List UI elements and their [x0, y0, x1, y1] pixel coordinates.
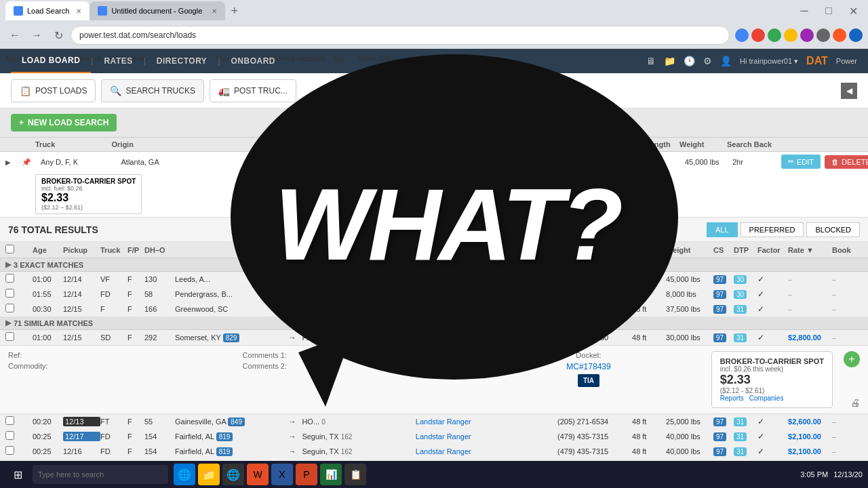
- minimize-button[interactable]: ─: [795, 1, 814, 20]
- exact-matches-section-header[interactable]: ▶ 3 EXACT MATCHES: [0, 258, 868, 272]
- tab-load-search[interactable]: Load Search ✕: [5, 1, 90, 20]
- origin-ref-badge[interactable]: 829: [223, 333, 240, 342]
- row-checkbox[interactable]: [5, 304, 22, 314]
- company-link[interactable]: Landstar Ranger: [416, 432, 471, 441]
- taskbar-chrome-icon[interactable]: 🌐: [222, 464, 244, 485]
- taskbar-red-icon[interactable]: 📋: [344, 464, 366, 485]
- cs-badge[interactable]: 97: [713, 275, 726, 284]
- row-checkbox[interactable]: [5, 289, 22, 299]
- reload-button[interactable]: ↻: [49, 26, 68, 45]
- dtp-badge[interactable]: 31: [734, 432, 747, 441]
- row-select-checkbox[interactable]: [5, 304, 14, 312]
- row-checkbox[interactable]: [5, 332, 22, 342]
- origin-ref-badge4[interactable]: 819: [216, 447, 233, 456]
- tab-close-load[interactable]: ✕: [76, 7, 81, 15]
- forward-button[interactable]: →: [27, 26, 46, 45]
- extension-icon-6[interactable]: [816, 28, 830, 42]
- extension-icon-5[interactable]: [800, 28, 814, 42]
- cs-badge[interactable]: 97: [713, 290, 726, 299]
- select-all-checkbox[interactable]: [5, 245, 14, 253]
- search-trucks-button[interactable]: 🔍 SEARCH TRUCKS: [101, 79, 203, 102]
- companies-link[interactable]: Companies: [749, 394, 784, 402]
- row-select-checkbox[interactable]: [5, 289, 14, 298]
- post-trucks-button[interactable]: 🚛 POST TRUC...: [210, 79, 296, 102]
- row-truck: F: [100, 305, 127, 313]
- nav-rates[interactable]: RATES: [93, 49, 143, 73]
- row-checkbox[interactable]: [5, 446, 22, 456]
- maximize-button[interactable]: □: [819, 1, 838, 20]
- edit-button[interactable]: ✏ EDIT: [781, 155, 821, 169]
- add-record-button[interactable]: +: [844, 351, 860, 367]
- dtp-badge[interactable]: 31: [734, 418, 747, 426]
- taskbar-folder-icon[interactable]: 📁: [198, 464, 220, 485]
- dtp-badge[interactable]: 30: [734, 290, 747, 299]
- new-tab-button[interactable]: +: [225, 4, 243, 18]
- new-load-search-button[interactable]: + NEW LOAD SEARCH: [11, 114, 117, 131]
- delete-button[interactable]: 🗑 DELETE: [825, 155, 868, 169]
- detail-docket-value[interactable]: MC#178439: [566, 362, 610, 371]
- similar-matches-section-header[interactable]: ▶ 71 SIMILAR MATCHES: [0, 317, 868, 330]
- cs-badge[interactable]: 97: [713, 432, 726, 441]
- print-icon[interactable]: 🖨: [850, 397, 860, 408]
- row-checkbox[interactable]: [5, 416, 22, 426]
- origin-ref-badge3[interactable]: 819: [216, 432, 233, 441]
- row-select-checkbox[interactable]: [5, 332, 14, 341]
- cs-badge[interactable]: 97: [713, 305, 726, 314]
- header-icon-monitor[interactable]: 🖥: [646, 56, 656, 66]
- collapse-panel-button[interactable]: ◀: [841, 83, 857, 99]
- row-select-checkbox[interactable]: [5, 274, 14, 283]
- windows-search-input[interactable]: [33, 465, 168, 484]
- extension-icon-4[interactable]: [784, 28, 797, 42]
- taskbar-edge-icon[interactable]: 🌐: [174, 464, 195, 485]
- dtp-badge[interactable]: 31: [734, 305, 747, 314]
- filter-blocked-button[interactable]: BLOCKED: [806, 222, 860, 237]
- extension-icon-3[interactable]: [768, 28, 781, 42]
- tab-docs[interactable]: Untitled document - Google Do... ✕: [90, 1, 225, 20]
- nav-directory[interactable]: DIRECTORY: [146, 49, 218, 73]
- start-button[interactable]: ⊞: [5, 462, 30, 487]
- header-icon-settings[interactable]: ⚙: [703, 56, 712, 66]
- row-select-checkbox[interactable]: [5, 416, 14, 425]
- dtp-badge[interactable]: 31: [734, 333, 747, 342]
- header-icon-folder[interactable]: 📁: [664, 56, 675, 66]
- company-link[interactable]: Landstar Ligon: [416, 333, 465, 342]
- taskbar-green-icon[interactable]: 📊: [320, 464, 342, 485]
- dtp-badge[interactable]: 30: [734, 275, 747, 284]
- row-select-checkbox[interactable]: [5, 446, 14, 455]
- nav-load-board[interactable]: LOAD BOARD: [11, 49, 91, 73]
- back-button[interactable]: ←: [5, 26, 24, 45]
- extension-icon-1[interactable]: [735, 28, 749, 42]
- taskbar-excel-icon[interactable]: X: [271, 464, 293, 485]
- close-button[interactable]: ✕: [844, 1, 863, 20]
- record-expand-btn[interactable]: ▶: [5, 157, 22, 167]
- row-pickup: 12/14: [63, 275, 100, 283]
- reports-link[interactable]: Reports: [720, 394, 744, 402]
- company-link[interactable]: Tri Ranger: [416, 305, 451, 313]
- cs-badge[interactable]: 97: [713, 333, 726, 342]
- extension-icon-7[interactable]: [833, 28, 846, 42]
- bookmark-sales[interactable]: Sales Copy: [357, 54, 395, 62]
- header-icon-clock[interactable]: 🕐: [684, 56, 695, 66]
- company-link[interactable]: Landstar Ranger: [416, 447, 471, 455]
- filter-preferred-button[interactable]: PREFERRED: [741, 222, 804, 237]
- company-link[interactable]: Landstar Ranger: [416, 418, 471, 426]
- row-checkbox[interactable]: [5, 274, 22, 284]
- profile-icon[interactable]: [849, 28, 863, 42]
- tab-close-docs[interactable]: ✕: [212, 7, 217, 15]
- bookmark-su[interactable]: Su...: [334, 54, 350, 62]
- filter-all-button[interactable]: ALL: [707, 222, 738, 237]
- row-checkbox[interactable]: [5, 431, 22, 441]
- nav-onboard[interactable]: ONBOARD: [220, 49, 287, 73]
- origin-ref-badge2[interactable]: 849: [228, 418, 245, 426]
- cs-badge[interactable]: 97: [713, 447, 726, 456]
- dtp-badge[interactable]: 31: [734, 447, 747, 456]
- taskbar-ppt-icon[interactable]: P: [296, 464, 317, 485]
- cs-badge[interactable]: 97: [713, 418, 726, 426]
- row-select-checkbox[interactable]: [5, 431, 14, 440]
- post-loads-button[interactable]: 📋 POST LOADS: [11, 79, 96, 102]
- extension-icon-2[interactable]: [751, 28, 765, 42]
- url-bar[interactable]: power.test.dat.com/search/loads: [71, 26, 730, 45]
- row-factor: ✓: [757, 274, 788, 284]
- header-icon-user[interactable]: 👤: [720, 56, 732, 66]
- taskbar-word-icon[interactable]: W: [247, 464, 269, 485]
